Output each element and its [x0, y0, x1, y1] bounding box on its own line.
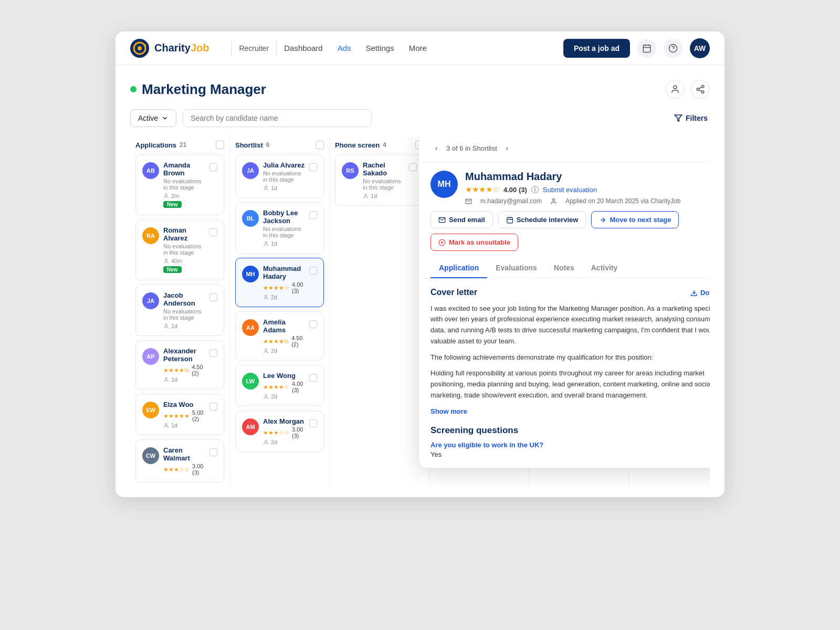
col-shortlist-checkbox[interactable] — [316, 141, 324, 149]
nav-dashboard[interactable]: Dashboard — [284, 41, 322, 55]
card-time-ra: 40m — [171, 258, 182, 264]
tab-activity[interactable]: Activity — [583, 258, 626, 278]
next-candidate-button[interactable]: › — [501, 142, 513, 154]
mark-unsuitable-button[interactable]: Mark as unsuitable — [430, 234, 518, 251]
info-icon[interactable]: i — [531, 186, 539, 193]
card-bobby-lee-jackson[interactable]: BL Bobby Lee Jackson No evaluations in t… — [235, 202, 324, 254]
nav-more[interactable]: More — [409, 41, 427, 55]
card-name-rs: Rachel Sakado — [363, 161, 405, 177]
card-amelia-adams[interactable]: AA Amelia Adams ★★★★½ 4.50 (2) 2d — [235, 311, 324, 361]
svg-point-19 — [165, 324, 167, 326]
card-rachel-sakado[interactable]: RS Rachel Sakado No evaluations in this … — [335, 154, 424, 206]
svg-line-14 — [699, 90, 701, 91]
move-to-next-stage-button[interactable]: Move to next stage — [591, 211, 679, 228]
post-job-button[interactable]: Post a job ad — [563, 39, 630, 58]
card-caren-walmart[interactable]: CW Caren Walmart ★★★☆☆ 3.00 (3) — [135, 439, 224, 482]
card-meta-aa: 2d — [263, 348, 305, 354]
card-meta-rs: 1d — [363, 193, 405, 199]
person-icon-ew — [163, 423, 169, 428]
nav-divider2 — [276, 41, 277, 56]
card-checkbox-rs[interactable] — [409, 163, 417, 171]
schedule-interview-button[interactable]: Schedule interview — [498, 211, 586, 228]
nav-settings[interactable]: Settings — [366, 41, 394, 55]
card-body-aa: Amelia Adams ★★★★½ 4.50 (2) 2d — [263, 318, 305, 354]
card-roman-alvarez[interactable]: RA Roman Alvarez No evaluations in this … — [135, 219, 224, 280]
card-time-am: 2d — [271, 439, 277, 445]
schedule-interview-label: Schedule interview — [517, 216, 579, 224]
card-checkbox-ab[interactable] — [209, 163, 217, 171]
card-lee-wong[interactable]: LW Lee Wong ★★★★☆ 4.00 (3) 2d — [235, 365, 324, 406]
card-checkbox-ap[interactable] — [209, 349, 217, 357]
card-body-ap: Alexander Peterson ★★★★½ 4.50 (2) 1d — [163, 347, 205, 383]
card-checkbox-mh[interactable] — [309, 267, 317, 275]
detail-nav: ‹ 3 of 6 in Shortlist › — [430, 142, 513, 154]
person-icon-detail — [550, 198, 557, 205]
card-time-ew: 1d — [171, 422, 177, 428]
card-checkbox-bl[interactable] — [309, 211, 317, 219]
card-jacob-anderson[interactable]: JA Jacob Anderson No evaluations in this… — [135, 285, 224, 336]
calendar-button[interactable] — [637, 39, 656, 58]
card-meta-bl: 1d — [263, 240, 305, 247]
navbar: CharityJob Recruiter Dashboard Ads Setti… — [116, 32, 724, 65]
detail-tabs: Application Evaluations Notes Activity — [419, 258, 710, 278]
card-alex-morgan[interactable]: AM Alex Morgan ★★★☆☆ 3.00 (3) 2d — [235, 411, 324, 452]
prev-candidate-button[interactable]: ‹ — [430, 142, 442, 154]
brand-name: CharityJob — [154, 42, 209, 54]
page-content: Marketing Manager Active Filters — [116, 65, 724, 497]
show-more-button[interactable]: Show more — [430, 407, 467, 415]
tab-evaluations[interactable]: Evaluations — [487, 258, 545, 278]
col-shortlist-label: Shortlist — [235, 141, 263, 149]
star-rating-mh: ★★★★☆ 4.00 (3) — [263, 281, 305, 294]
page-title-container: Marketing Manager — [130, 81, 266, 98]
card-checkbox-aa[interactable] — [309, 320, 317, 328]
person-icon-button[interactable] — [666, 80, 685, 99]
star-val-lw: 4.00 (3) — [292, 381, 305, 393]
send-email-button[interactable]: Send email — [430, 211, 493, 228]
card-julia-alvarez[interactable]: JA Julia Alvarez No evaluations in this … — [235, 154, 324, 198]
tab-application[interactable]: Application — [430, 258, 487, 278]
card-alexander-peterson[interactable]: AP Alexander Peterson ★★★★½ 4.50 (2) 1d — [135, 340, 224, 390]
card-body-rs: Rachel Sakado No evaluations in this sta… — [363, 161, 405, 199]
person-icon-rs — [363, 193, 369, 199]
filter-button[interactable]: Filters — [672, 110, 710, 127]
tab-notes[interactable]: Notes — [545, 258, 583, 278]
submit-evaluation-link[interactable]: Submit evaluation — [543, 186, 597, 194]
card-muhammad-hadary[interactable]: MH Muhammad Hadary ★★★★☆ 4.00 (3) 2d — [235, 258, 324, 307]
download-button[interactable]: Download — [690, 289, 710, 297]
card-time-ab: 2m — [171, 193, 179, 199]
card-checkbox-ja[interactable] — [209, 293, 217, 301]
status-select[interactable]: Active — [130, 109, 176, 127]
card-checkbox-cw[interactable] — [209, 448, 217, 456]
card-checkbox-lw[interactable] — [309, 374, 317, 382]
help-button[interactable] — [664, 39, 682, 58]
star-val-mh: 4.00 (3) — [292, 281, 305, 294]
card-time-jua: 1d — [271, 185, 277, 191]
card-checkbox-ew[interactable] — [209, 403, 217, 411]
star-rating-ew: ★★★★★ 5.00 (2) — [163, 410, 205, 422]
svg-point-27 — [265, 440, 267, 442]
x-circle-icon — [438, 239, 446, 246]
card-elza-woo[interactable]: EW Elza Woo ★★★★★ 5.00 (2) 1d — [135, 394, 224, 435]
detail-panel: ‹ 3 of 6 in Shortlist › ✕ MH Muhammad Ha… — [419, 136, 710, 468]
cover-para-2: The following achievements demonstrate m… — [430, 352, 710, 363]
card-checkbox-ra[interactable] — [209, 228, 217, 236]
detail-info: Muhammad Hadary ★★★★☆ 4.00 (3) i Submit … — [465, 171, 710, 205]
person-icon — [670, 85, 680, 94]
col-phone-screen-label: Phone screen — [335, 141, 380, 149]
card-checkbox-am[interactable] — [309, 419, 317, 427]
card-meta-ra: 40m — [163, 258, 205, 264]
star-rating-lw: ★★★★☆ 4.00 (3) — [263, 381, 305, 393]
share-icon-button[interactable] — [691, 80, 710, 99]
screening-title: Screening questions — [430, 425, 710, 436]
card-checkbox-jua[interactable] — [309, 163, 317, 171]
col-applications-header-left: Applications 21 — [135, 141, 186, 149]
col-applications-checkbox[interactable] — [216, 141, 224, 149]
search-input[interactable] — [183, 109, 372, 127]
user-avatar-button[interactable]: AW — [690, 38, 710, 58]
card-name-ra: Roman Alvarez — [163, 226, 205, 242]
card-meta-ap: 1d — [163, 376, 205, 383]
nav-ads[interactable]: Ads — [338, 41, 351, 55]
card-amanda-brown[interactable]: AB Amanda Brown No evaluations in this s… — [135, 154, 224, 215]
card-time-aa: 2d — [271, 348, 277, 354]
card-body-jua: Julia Alvarez No evaluations in this sta… — [263, 161, 305, 191]
